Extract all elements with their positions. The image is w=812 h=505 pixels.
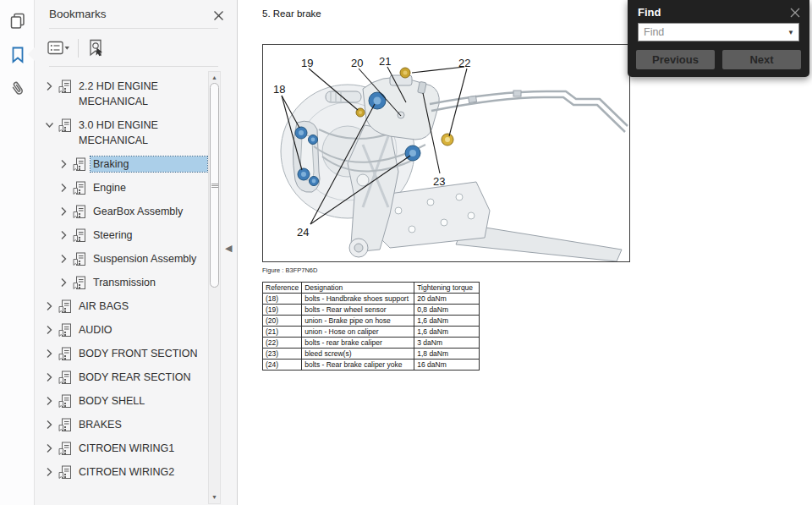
bookmark-page-icon xyxy=(73,205,86,219)
bookmark-label: Engine xyxy=(91,180,207,195)
table-row: (18)bolts - Handbrake shoes support20 da… xyxy=(263,294,480,305)
scrollbar-grip-icon xyxy=(211,184,218,188)
table-cell: (23) xyxy=(263,349,302,360)
options-list-icon xyxy=(47,40,70,57)
table-cell: bolts - rear brake caliper xyxy=(302,338,414,349)
scrollbar-thumb[interactable] xyxy=(210,83,219,288)
bookmark-item[interactable]: GearBox Assembly xyxy=(35,200,209,223)
table-cell: bolts - Handbrake shoes support xyxy=(302,294,414,305)
scroll-down-arrow-icon[interactable]: ▼ xyxy=(209,493,220,502)
table-cell: bolts - Rear wheel sensor xyxy=(302,305,414,316)
chevron-right-icon[interactable] xyxy=(45,81,54,91)
table-cell: 16 daNm xyxy=(414,360,480,371)
chevron-right-icon[interactable] xyxy=(45,396,54,406)
bookmark-locate-icon xyxy=(86,39,105,58)
table-cell: (18) xyxy=(263,294,302,305)
bookmark-label: GearBox Assembly xyxy=(91,204,207,219)
bookmark-page-icon xyxy=(73,157,86,172)
table-cell: union - Hose on caliper xyxy=(302,327,414,338)
table-cell: (19) xyxy=(263,305,302,316)
close-bookmarks-button[interactable] xyxy=(211,8,226,23)
table-header-cell: Designation xyxy=(302,283,414,294)
table-cell: 0,8 daNm xyxy=(414,305,480,316)
bookmarks-panel-button[interactable] xyxy=(7,44,29,66)
bookmark-label: CITROEN WIRING1 xyxy=(76,441,207,456)
chevron-right-icon[interactable] xyxy=(45,443,54,453)
table-cell: (22) xyxy=(263,338,302,349)
chevron-right-icon[interactable] xyxy=(59,230,69,240)
find-dialog-buttons: Previous Next xyxy=(636,50,801,69)
bookmark-item[interactable]: BODY FRONT SECTION xyxy=(35,342,209,365)
close-icon xyxy=(789,7,801,19)
table-header-row: ReferenceDesignationTightening torque xyxy=(263,283,480,294)
bookmark-page-icon xyxy=(58,323,72,338)
find-input[interactable] xyxy=(639,26,783,38)
bookmark-item[interactable]: 3.0 HDI ENGINE MECHANICAL xyxy=(35,113,209,152)
table-row: (21)union - Hose on caliper1,6 daNm xyxy=(263,327,480,338)
navigation-icon-strip xyxy=(0,0,35,505)
scroll-up-arrow-icon[interactable]: ▲ xyxy=(209,74,220,82)
torque-table: ReferenceDesignationTightening torque (1… xyxy=(262,282,480,371)
bookmark-item[interactable]: AUDIO xyxy=(35,318,209,342)
bookmark-item[interactable]: Braking xyxy=(35,152,209,176)
chevron-right-icon[interactable] xyxy=(59,159,69,169)
previous-button[interactable]: Previous xyxy=(636,50,715,69)
rear-brake-diagram: 18 19 20 21 22 23 24 xyxy=(263,45,629,261)
dropdown-arrow-icon[interactable]: ▼ xyxy=(783,29,798,36)
table-header-cell: Reference xyxy=(263,283,302,294)
bookmarks-panel-title: Bookmarks xyxy=(49,8,107,20)
chevron-right-icon[interactable] xyxy=(45,420,54,430)
active-panel-notch xyxy=(28,47,35,61)
separator xyxy=(49,28,218,29)
find-combobox: ▼ xyxy=(638,23,799,41)
chevron-right-icon[interactable] xyxy=(59,254,69,264)
chevron-right-icon[interactable] xyxy=(45,349,54,359)
attachments-button[interactable] xyxy=(7,78,29,100)
chevron-right-icon[interactable] xyxy=(59,277,69,288)
bookmark-item[interactable]: Steering xyxy=(35,223,209,247)
bookmark-label: AIR BAGS xyxy=(76,299,207,314)
bookmark-item[interactable]: AIR BAGS xyxy=(35,294,209,318)
chevron-right-icon[interactable] xyxy=(45,325,54,335)
table-cell: bolts - Rear brake caliper yoke xyxy=(302,360,414,371)
bookmark-item[interactable]: CITROEN WIRING2 xyxy=(35,460,209,484)
bookmark-label: Suspension Assembly xyxy=(91,251,207,266)
bookmark-page-icon xyxy=(58,418,72,432)
bookmark-page-icon xyxy=(73,181,86,195)
torque-table-head: ReferenceDesignationTightening torque xyxy=(263,283,480,294)
chevron-right-icon[interactable] xyxy=(45,467,54,477)
bookmark-item[interactable]: Transmission xyxy=(35,271,209,294)
bookmark-label: 3.0 HDI ENGINE MECHANICAL xyxy=(76,118,207,148)
bookmark-item[interactable]: BODY REAR SECTION xyxy=(35,365,209,389)
callout-22: 22 xyxy=(458,57,470,69)
chevron-right-icon[interactable] xyxy=(59,206,69,217)
bookmark-page-icon xyxy=(73,252,86,266)
chevron-right-icon[interactable] xyxy=(45,372,54,382)
table-cell: bleed screw(s) xyxy=(302,349,414,360)
sidebar-scrollbar[interactable]: ▲ ▼ xyxy=(208,71,221,504)
find-current-bookmark-button[interactable] xyxy=(86,39,105,58)
bookmark-page-icon xyxy=(58,394,72,409)
table-cell: 1,6 daNm xyxy=(414,316,480,327)
bookmark-item[interactable]: BODY SHELL xyxy=(35,389,209,413)
bookmark-item[interactable]: 2.2 HDI ENGINE MECHANICAL xyxy=(35,74,209,113)
chevron-right-icon[interactable] xyxy=(59,183,69,193)
bookmark-label: Transmission xyxy=(91,275,207,290)
bookmark-label: BRAKES xyxy=(76,417,207,432)
bookmark-item[interactable]: CITROEN WIRING1 xyxy=(35,436,209,460)
bookmark-item[interactable]: Suspension Assembly xyxy=(35,247,209,271)
callout-23: 23 xyxy=(433,175,445,188)
table-cell: 1,6 daNm xyxy=(414,327,480,338)
bookmarks-tree: 2.2 HDI ENGINE MECHANICAL3.0 HDI ENGINE … xyxy=(35,69,209,505)
bookmark-item[interactable]: BRAKES xyxy=(35,413,209,436)
bookmark-item[interactable]: Engine xyxy=(35,176,209,200)
chevron-down-icon[interactable] xyxy=(45,120,54,130)
find-dialog: Find ▼ Previous Next xyxy=(628,0,809,77)
collapse-panel-handle[interactable]: ◀ xyxy=(225,243,232,254)
chevron-right-icon[interactable] xyxy=(45,301,54,311)
page-thumbnails-button[interactable] xyxy=(7,10,29,32)
section-heading: 5. Rear brake xyxy=(262,8,321,19)
find-close-button[interactable] xyxy=(789,7,801,19)
bookmark-options-button[interactable] xyxy=(47,40,70,57)
next-button[interactable]: Next xyxy=(722,50,801,69)
